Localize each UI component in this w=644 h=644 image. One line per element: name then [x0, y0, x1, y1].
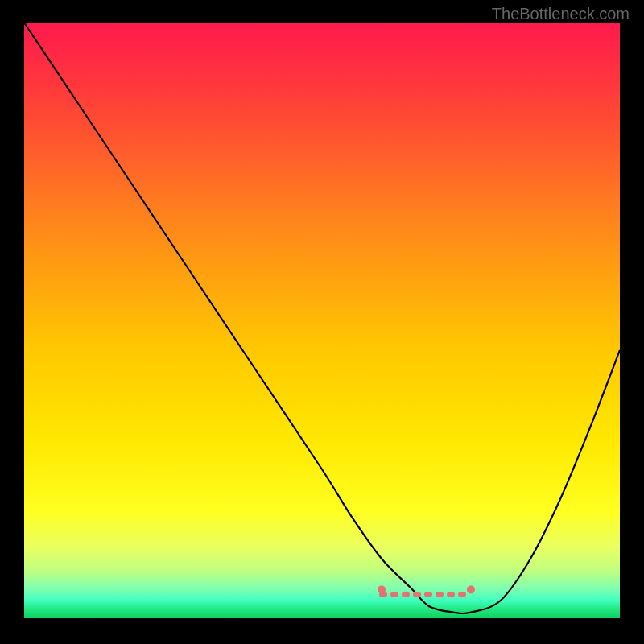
watermark-text: TheBottleneck.com — [492, 5, 630, 23]
curve-path — [24, 23, 620, 613]
optimal-range-dot-right — [467, 585, 475, 593]
optimal-range-dot-left — [378, 585, 386, 593]
bottleneck-curve-chart — [24, 23, 620, 618]
